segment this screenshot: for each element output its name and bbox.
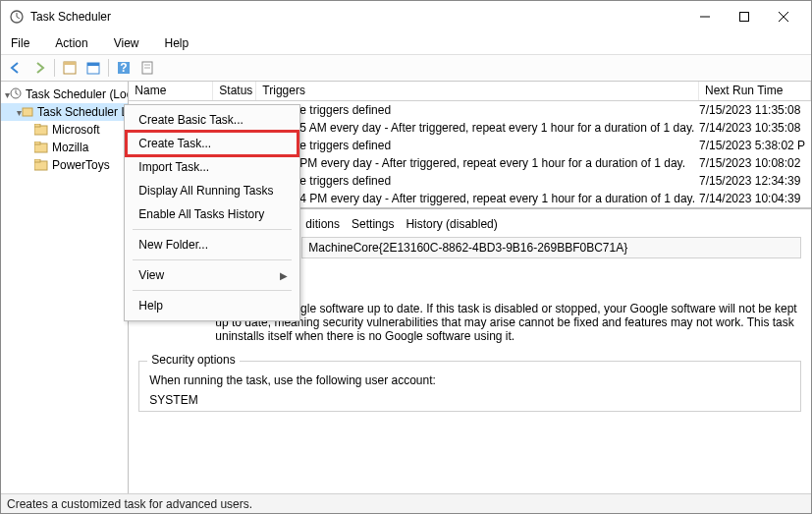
clock-icon xyxy=(10,87,22,102)
tree-item-microsoft[interactable]: Microsoft xyxy=(1,121,128,139)
svg-rect-25 xyxy=(34,159,40,162)
ctx-help[interactable]: Help xyxy=(127,294,298,317)
col-name[interactable]: Name xyxy=(129,82,213,100)
security-legend: Security options xyxy=(147,353,239,367)
description-value: Keeps your Google software up to date. I… xyxy=(215,302,801,343)
svg-rect-4 xyxy=(740,13,749,22)
forward-icon[interactable] xyxy=(28,57,50,79)
svg-line-2 xyxy=(17,17,20,19)
back-icon[interactable] xyxy=(5,57,27,79)
task-name-value: MachineCore{2E13160C-8862-4BD3-9B16-269B… xyxy=(308,241,627,255)
security-user: SYSTEM xyxy=(149,393,790,407)
app-icon xyxy=(9,9,25,25)
close-button[interactable] xyxy=(764,1,803,32)
tree-item-powertoys[interactable]: PowerToys xyxy=(1,156,128,174)
library-icon xyxy=(22,105,33,120)
svg-rect-10 xyxy=(87,63,99,66)
properties-icon[interactable] xyxy=(136,57,158,79)
tree-root-label: Task Scheduler (Local) xyxy=(26,87,129,101)
window-title: Task Scheduler xyxy=(30,10,685,24)
svg-rect-23 xyxy=(34,142,40,144)
col-next[interactable]: Next Run Time xyxy=(699,82,811,100)
svg-rect-8 xyxy=(64,62,76,65)
tab-conditions[interactable]: ditions xyxy=(305,217,340,231)
ctx-view[interactable]: View▶ xyxy=(127,263,298,287)
svg-rect-19 xyxy=(23,108,32,116)
task-name-field: MachineCore{2E13160C-8862-4BD3-9B16-269B… xyxy=(301,237,801,258)
svg-rect-21 xyxy=(34,124,40,127)
toolbar: ? xyxy=(1,54,811,82)
main-area: ▾ Task Scheduler (Local) ▾ Task Schedule… xyxy=(1,82,811,493)
menu-help[interactable]: Help xyxy=(159,34,195,52)
calendar-icon[interactable] xyxy=(82,57,104,79)
tab-settings[interactable]: Settings xyxy=(352,217,394,231)
titlebar: Task Scheduler xyxy=(1,1,811,32)
help-icon[interactable]: ? xyxy=(113,57,135,79)
menu-file[interactable]: File xyxy=(5,34,35,52)
menu-view[interactable]: View xyxy=(108,34,145,52)
tree-item-mozilla[interactable]: Mozilla xyxy=(1,139,128,156)
svg-line-18 xyxy=(16,93,19,95)
ctx-view-label: View xyxy=(138,268,164,282)
svg-text:?: ? xyxy=(120,61,127,75)
right-pane: Create Basic Task... Create Task... Impo… xyxy=(129,82,811,493)
tree-root[interactable]: ▾ Task Scheduler (Local) xyxy=(1,86,128,103)
security-options: Security options When running the task, … xyxy=(138,361,801,412)
status-text: Creates a customized task for advanced u… xyxy=(7,497,252,511)
list-header: Name Status Triggers Next Run Time xyxy=(129,82,811,101)
col-status[interactable]: Status xyxy=(213,82,256,100)
tree-pane: ▾ Task Scheduler (Local) ▾ Task Schedule… xyxy=(1,82,129,493)
tab-history[interactable]: History (disabled) xyxy=(406,217,497,231)
ctx-new-folder[interactable]: New Folder... xyxy=(127,233,298,257)
ctx-import-task[interactable]: Import Task... xyxy=(127,155,298,179)
maximize-button[interactable] xyxy=(725,1,764,32)
separator xyxy=(133,259,292,260)
tree-library-label: Task Scheduler Library xyxy=(37,105,129,119)
context-menu: Create Basic Task... Create Task... Impo… xyxy=(124,104,300,321)
ctx-display-running[interactable]: Display All Running Tasks xyxy=(127,179,298,202)
menu-action[interactable]: Action xyxy=(49,34,93,52)
separator xyxy=(133,290,292,291)
col-triggers[interactable]: Triggers xyxy=(256,82,699,100)
separator xyxy=(133,229,292,230)
ctx-create-basic-task[interactable]: Create Basic Task... xyxy=(127,108,298,132)
minimize-button[interactable] xyxy=(685,1,725,32)
ctx-enable-history[interactable]: Enable All Tasks History xyxy=(127,202,298,226)
ctx-create-task[interactable]: Create Task... xyxy=(127,132,298,155)
statusbar: Creates a customized task for advanced u… xyxy=(1,493,811,513)
action-panel-icon[interactable] xyxy=(59,57,81,79)
tree-library[interactable]: ▾ Task Scheduler Library xyxy=(1,103,128,121)
menubar: File Action View Help xyxy=(1,32,811,54)
security-prompt: When running the task, use the following… xyxy=(149,373,790,387)
submenu-arrow-icon: ▶ xyxy=(280,270,288,281)
